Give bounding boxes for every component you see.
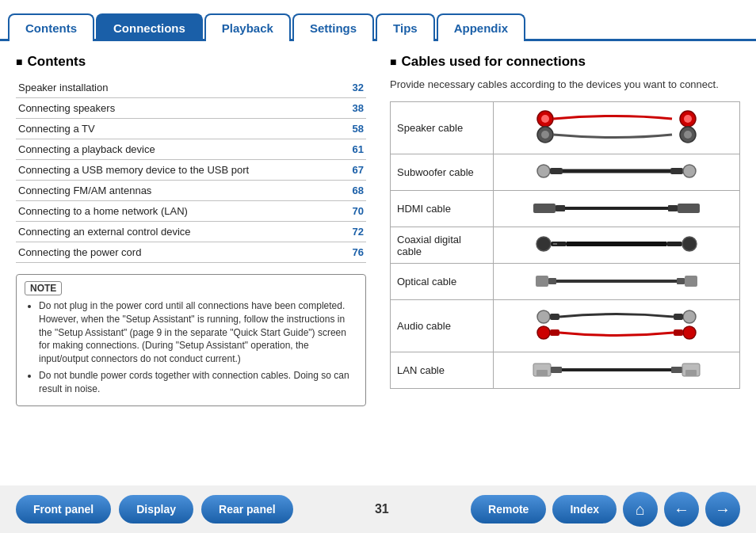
svg-point-1: [541, 115, 549, 123]
row-page: 72: [342, 222, 366, 242]
note-box: NOTE Do not plug in the power cord until…: [16, 274, 366, 406]
table-row: Connecting FM/AM antennas68: [16, 181, 366, 201]
tab-tips[interactable]: Tips: [376, 13, 435, 41]
cable-name: HDMI cable: [391, 191, 494, 227]
svg-point-25: [537, 310, 550, 323]
svg-rect-12: [533, 204, 556, 213]
svg-rect-19: [666, 242, 682, 246]
front-panel-button[interactable]: Front panel: [16, 495, 111, 523]
svg-rect-26: [550, 314, 559, 320]
left-column: Contents Speaker installation32Connectin…: [16, 54, 366, 473]
home-button[interactable]: ⌂: [623, 492, 658, 527]
svg-point-3: [541, 131, 549, 139]
svg-rect-30: [674, 314, 683, 320]
display-button[interactable]: Display: [119, 495, 193, 523]
note-list: Do not plug in the power cord until all …: [25, 299, 357, 396]
tab-appendix[interactable]: Appendix: [437, 13, 525, 41]
svg-rect-9: [550, 168, 563, 174]
row-page: 61: [342, 139, 366, 160]
cable-illustration: [494, 264, 740, 300]
cable-illustration: [494, 227, 740, 264]
svg-rect-21: [536, 276, 548, 287]
row-label: Connecting an external control device: [16, 222, 342, 242]
svg-point-8: [537, 165, 550, 177]
row-label: Connecting speakers: [16, 98, 342, 119]
index-button[interactable]: Index: [552, 495, 617, 523]
svg-rect-15: [678, 204, 700, 213]
row-label: Connecting a TV: [16, 119, 342, 139]
svg-rect-38: [685, 370, 697, 376]
forward-button[interactable]: →: [705, 492, 740, 527]
table-row: Connecting speakers38: [16, 98, 366, 119]
cables-intro: Provide necessary cables according to th…: [390, 78, 740, 92]
svg-point-29: [683, 310, 696, 323]
page-number: 31: [375, 502, 389, 516]
note-item: Do not plug in the power cord until all …: [39, 299, 357, 366]
note-item: Do not bundle power cords together with …: [39, 369, 357, 396]
cable-illustration: [494, 300, 740, 352]
row-page: 32: [342, 78, 366, 98]
cable-row: HDMI cable: [391, 191, 740, 227]
svg-rect-14: [668, 205, 678, 211]
cable-row: Audio cable: [391, 300, 740, 352]
bottom-bar: Front panel Display Rear panel 31 Remote…: [0, 485, 756, 533]
svg-rect-13: [556, 205, 565, 211]
row-label: Speaker installation: [16, 78, 342, 98]
svg-rect-24: [685, 276, 697, 287]
cable-name: Audio cable: [391, 300, 494, 352]
table-row: Connecting a USB memory device to the US…: [16, 160, 366, 181]
cable-name: Optical cable: [391, 264, 494, 300]
row-label: Connecting a USB memory device to the US…: [16, 160, 342, 181]
cable-name: Subwoofer cable: [391, 154, 494, 191]
row-page: 68: [342, 181, 366, 201]
rear-panel-button[interactable]: Rear panel: [201, 495, 293, 523]
svg-point-11: [683, 165, 696, 177]
row-label: Connecting to a home network (LAN): [16, 201, 342, 222]
svg-point-27: [537, 326, 550, 339]
cable-name: Speaker cable: [391, 102, 494, 154]
cable-row: Coaxial digital cable: [391, 227, 740, 264]
svg-rect-10: [670, 168, 683, 174]
row-page: 38: [342, 98, 366, 119]
cable-name: Coaxial digital cable: [391, 227, 494, 264]
cable-illustration: [494, 191, 740, 227]
table-row: Connecting an external control device72: [16, 222, 366, 242]
tab-settings[interactable]: Settings: [292, 13, 374, 41]
row-page: 70: [342, 201, 366, 222]
note-label: NOTE: [25, 281, 62, 295]
cable-row: LAN cable: [391, 352, 740, 389]
page-number-container: 31: [367, 502, 397, 516]
row-page: 67: [342, 160, 366, 181]
svg-rect-22: [548, 278, 556, 284]
bottom-left-buttons: Front panel Display Rear panel: [16, 495, 293, 523]
svg-point-7: [684, 131, 692, 139]
cable-illustration: [494, 352, 740, 389]
svg-rect-23: [677, 278, 685, 284]
svg-point-20: [682, 237, 697, 251]
cable-row: Speaker cable: [391, 102, 740, 154]
table-row: Speaker installation32: [16, 78, 366, 98]
contents-table: Speaker installation32Connecting speaker…: [16, 78, 366, 263]
remote-button[interactable]: Remote: [471, 495, 546, 523]
svg-rect-34: [536, 370, 548, 376]
top-navigation: Contents Connections Playback Settings T…: [0, 0, 756, 41]
row-page: 58: [342, 119, 366, 139]
table-row: Connecting a TV58: [16, 119, 366, 139]
row-label: Connecting the power cord: [16, 242, 342, 263]
table-row: Connecting the power cord76: [16, 242, 366, 263]
cable-illustration: [494, 102, 740, 154]
tab-connections[interactable]: Connections: [96, 13, 203, 41]
row-page: 76: [342, 242, 366, 263]
row-label: Connecting FM/AM antennas: [16, 181, 342, 201]
cables-table: Speaker cable Subwoofer cable HDMI cable: [390, 101, 740, 389]
bottom-right-buttons: Remote Index ⌂ ← →: [471, 492, 740, 527]
cable-illustration: [494, 154, 740, 191]
svg-point-16: [536, 237, 551, 251]
svg-rect-36: [671, 367, 682, 373]
tab-playback[interactable]: Playback: [204, 13, 291, 41]
tab-contents[interactable]: Contents: [8, 13, 94, 41]
svg-rect-28: [550, 329, 559, 336]
right-column: Cables used for connections Provide nece…: [390, 54, 740, 473]
back-button[interactable]: ←: [664, 492, 699, 527]
cable-row: Optical cable: [391, 264, 740, 300]
